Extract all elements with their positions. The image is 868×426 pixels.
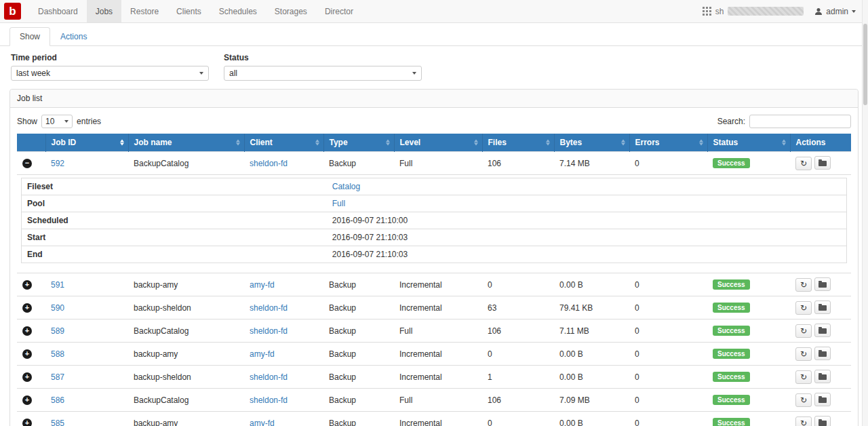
job-id-link[interactable]: 585 <box>51 419 64 426</box>
nav-item-schedules[interactable]: Schedules <box>210 0 266 22</box>
column-label: Errors <box>635 138 660 147</box>
column-header-errors[interactable]: Errors <box>629 134 707 152</box>
sort-icon <box>546 140 550 146</box>
column-header-status[interactable]: Status <box>707 134 790 152</box>
job-id-link[interactable]: 592 <box>51 159 64 168</box>
expand-row-icon[interactable]: + <box>22 280 32 290</box>
client-cell: amy-fd <box>244 412 323 426</box>
file-browser-button[interactable] <box>814 416 831 426</box>
file-browser-button[interactable] <box>814 301 831 314</box>
file-browser-button[interactable] <box>814 393 831 406</box>
hostname-text: sh <box>715 7 724 16</box>
rerun-button[interactable]: ↻ <box>795 370 812 384</box>
rerun-icon: ↻ <box>800 373 807 381</box>
search-input[interactable] <box>749 115 851 128</box>
nav-item-restore[interactable]: Restore <box>121 0 167 22</box>
rerun-button[interactable]: ↻ <box>795 301 812 315</box>
tab-show[interactable]: Show <box>9 27 50 46</box>
column-header-type[interactable]: Type <box>323 134 394 152</box>
expand-row-icon[interactable]: + <box>22 326 32 336</box>
detail-value-link[interactable]: Full <box>332 199 345 208</box>
status-filter: Status all <box>224 53 422 81</box>
job-table-header-row: Job IDJob nameClientTypeLevelFilesBytesE… <box>17 134 851 152</box>
job-id-link[interactable]: 587 <box>51 372 64 382</box>
tab-actions[interactable]: Actions <box>50 27 97 46</box>
file-browser-button[interactable] <box>814 324 831 337</box>
time-period-select[interactable]: last week <box>11 66 209 81</box>
type-cell: Backup <box>323 366 394 389</box>
detail-item: FilesetCatalog <box>22 178 847 195</box>
job-id-link[interactable]: 590 <box>51 303 64 313</box>
level-cell: Incremental <box>394 412 482 426</box>
column-header-files[interactable]: Files <box>482 134 554 152</box>
job-id-link[interactable]: 589 <box>51 326 64 336</box>
nav-item-jobs[interactable]: Jobs <box>87 0 121 22</box>
expand-row-icon[interactable]: + <box>22 419 32 426</box>
job-details-row: FilesetCatalogPoolFullScheduled2016-09-0… <box>17 175 851 273</box>
status-select[interactable]: all <box>224 66 422 81</box>
column-header-job-name[interactable]: Job name <box>128 134 244 152</box>
rerun-button[interactable]: ↻ <box>795 393 812 407</box>
status-badge: Success <box>713 418 750 426</box>
job-id-link[interactable]: 588 <box>51 349 64 359</box>
detail-item: Scheduled2016-09-07 21:10:00 <box>22 212 847 229</box>
rerun-button[interactable]: ↻ <box>795 324 812 338</box>
nav-item-storages[interactable]: Storages <box>266 0 316 22</box>
expand-row-icon[interactable]: + <box>22 303 32 313</box>
client-link[interactable]: sheldon-fd <box>250 303 288 313</box>
status-label: Status <box>224 53 422 62</box>
client-link[interactable]: sheldon-fd <box>250 326 288 336</box>
column-header-client[interactable]: Client <box>244 134 323 152</box>
column-header-level[interactable]: Level <box>394 134 482 152</box>
expand-row-icon[interactable]: + <box>22 349 32 359</box>
client-link[interactable]: amy-fd <box>250 349 275 359</box>
column-header-bytes[interactable]: Bytes <box>554 134 629 152</box>
file-browser-button[interactable] <box>814 370 831 383</box>
client-link[interactable]: amy-fd <box>250 419 275 426</box>
job-id-link[interactable]: 586 <box>51 395 64 405</box>
scrollbar-thumb[interactable] <box>863 24 867 105</box>
nav-item-dashboard[interactable]: Dashboard <box>29 0 87 22</box>
status-cell: Success <box>707 320 790 343</box>
status-value: all <box>229 69 237 78</box>
files-cell: 0 <box>482 273 554 296</box>
expand-cell: + <box>17 389 45 412</box>
errors-cell: 0 <box>629 389 707 412</box>
nav-item-clients[interactable]: Clients <box>167 0 210 22</box>
detail-value-link[interactable]: Catalog <box>332 182 360 191</box>
file-browser-button[interactable] <box>814 347 831 360</box>
client-link[interactable]: sheldon-fd <box>250 395 288 405</box>
job-id-link[interactable]: 591 <box>51 280 64 290</box>
file-browser-button[interactable] <box>814 156 831 170</box>
folder-icon <box>818 351 827 357</box>
client-link[interactable]: sheldon-fd <box>250 372 288 382</box>
column-header-job-id[interactable]: Job ID <box>45 134 128 152</box>
client-cell: sheldon-fd <box>244 296 323 320</box>
rerun-button[interactable]: ↻ <box>795 417 812 426</box>
table-row: +589BackupCatalogsheldon-fdBackupFull106… <box>17 320 851 343</box>
scrollbar-track[interactable] <box>862 0 868 426</box>
files-cell: 106 <box>482 389 554 412</box>
errors-cell: 0 <box>629 343 707 366</box>
client-link[interactable]: amy-fd <box>250 280 275 290</box>
caret-down-icon <box>199 72 203 75</box>
collapse-row-icon[interactable]: − <box>22 159 32 168</box>
status-badge: Success <box>713 372 750 382</box>
nav-item-director[interactable]: Director <box>316 0 362 22</box>
expand-row-icon[interactable]: + <box>22 395 32 405</box>
rerun-button[interactable]: ↻ <box>795 347 812 361</box>
rerun-button[interactable]: ↻ <box>795 278 812 292</box>
user-menu[interactable]: admin <box>814 7 856 16</box>
column-header-expand <box>17 134 45 152</box>
file-browser-button[interactable] <box>814 277 831 291</box>
page-size-select[interactable]: 10 <box>41 115 73 128</box>
job-id-cell: 585 <box>45 412 128 426</box>
sort-up-arrow <box>621 140 625 142</box>
sort-down-arrow <box>546 143 550 146</box>
app-logo[interactable]: b <box>0 0 29 22</box>
page-size-control: Show 10 entries <box>17 115 101 128</box>
expand-row-icon[interactable]: + <box>22 372 32 382</box>
client-link[interactable]: sheldon-fd <box>250 159 288 168</box>
rerun-button[interactable]: ↻ <box>795 157 812 170</box>
sort-up-arrow <box>386 140 390 142</box>
